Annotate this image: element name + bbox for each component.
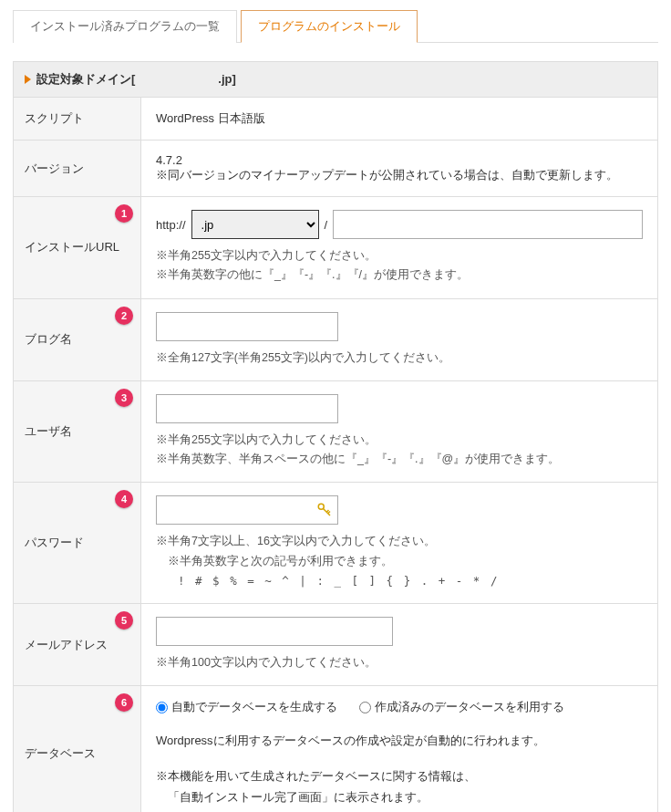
blog-name-hint: ※全角127文字(半角255文字)以内で入力してください。 bbox=[156, 349, 643, 368]
email-input[interactable] bbox=[156, 617, 393, 646]
header-prefix: 設定対象ドメイン[ bbox=[36, 72, 135, 86]
radio-db-auto-input[interactable] bbox=[156, 702, 168, 713]
header-domain: .jp bbox=[135, 72, 232, 86]
install-url-hint2: ※半角英数字の他に『_』『-』『.』『/』が使用できます。 bbox=[156, 265, 643, 285]
email-hint: ※半角100文字以内で入力してください。 bbox=[156, 653, 643, 672]
password-hint2: ※半角英数字と次の記号が利用できます。 bbox=[156, 552, 643, 571]
blog-name-input[interactable] bbox=[156, 312, 338, 341]
radio-db-auto-label: 自動でデータベースを生成する bbox=[171, 699, 337, 715]
label-version: バージョン bbox=[14, 141, 141, 197]
label-email: メールアドレス bbox=[25, 638, 108, 651]
label-password: パスワード bbox=[25, 536, 84, 549]
install-url-hint1: ※半角255文字以内で入力してください。 bbox=[156, 246, 643, 265]
user-name-input[interactable] bbox=[156, 394, 338, 423]
tab-installed[interactable]: インストール済みプログラムの一覧 bbox=[13, 10, 237, 43]
radio-db-auto[interactable]: 自動でデータベースを生成する bbox=[156, 699, 337, 715]
radio-db-existing[interactable]: 作成済みのデータベースを利用する bbox=[359, 699, 564, 715]
database-note1: ※本機能を用いて生成されたデータベースに関する情報は、 bbox=[156, 765, 643, 786]
label-install-url: インストールURL bbox=[25, 240, 119, 254]
database-note2: 「自動インストール完了画面」に表示されます。 bbox=[156, 786, 643, 807]
panel-header: 設定対象ドメイン[ .jp] bbox=[13, 61, 658, 97]
password-input[interactable] bbox=[156, 495, 338, 525]
badge-4: 4 bbox=[115, 490, 133, 508]
tabs: インストール済みプログラムの一覧 プログラムのインストール bbox=[13, 9, 658, 43]
radio-db-existing-label: 作成済みのデータベースを利用する bbox=[375, 699, 564, 715]
tab-install[interactable]: プログラムのインストール bbox=[241, 10, 418, 43]
badge-2: 2 bbox=[115, 307, 133, 325]
badge-3: 3 bbox=[115, 389, 133, 407]
label-script: スクリプト bbox=[14, 98, 141, 141]
badge-5: 5 bbox=[115, 611, 133, 630]
password-hint1: ※半角7文字以上、16文字以内で入力してください。 bbox=[156, 532, 643, 551]
arrow-right-icon bbox=[25, 75, 31, 84]
label-user-name: ユーザ名 bbox=[25, 424, 72, 438]
password-hint3: ! # $ % = ~ ^ | : _ [ ] { } . + - * / bbox=[156, 571, 643, 590]
user-name-hint1: ※半角255文字以内で入力してください。 bbox=[156, 431, 643, 450]
value-script: WordPress 日本語版 bbox=[141, 98, 658, 141]
domain-select[interactable]: .jp bbox=[191, 210, 319, 239]
user-name-hint2: ※半角英数字、半角スペースの他に『_』『-』『.』『@』が使用できます。 bbox=[156, 450, 643, 469]
badge-1: 1 bbox=[115, 204, 133, 223]
label-database: データベース bbox=[25, 746, 96, 760]
install-path-input[interactable] bbox=[333, 210, 643, 239]
radio-db-existing-input[interactable] bbox=[359, 702, 371, 713]
url-scheme: http:// bbox=[156, 218, 186, 232]
database-desc: Wordpressに利用するデータベースの作成や設定が自動的に行われます。 bbox=[156, 730, 643, 751]
label-blog-name: ブログ名 bbox=[25, 332, 72, 346]
header-suffix: ] bbox=[232, 72, 236, 86]
form-table: スクリプト WordPress 日本語版 バージョン 4.7.2 ※同バージョン… bbox=[13, 97, 658, 812]
value-version: 4.7.2 bbox=[156, 153, 643, 167]
url-slash: / bbox=[325, 218, 328, 232]
badge-6: 6 bbox=[115, 693, 133, 712]
version-note: ※同バージョンのマイナーアップデートが公開されている場合は、自動で更新します。 bbox=[156, 167, 643, 183]
